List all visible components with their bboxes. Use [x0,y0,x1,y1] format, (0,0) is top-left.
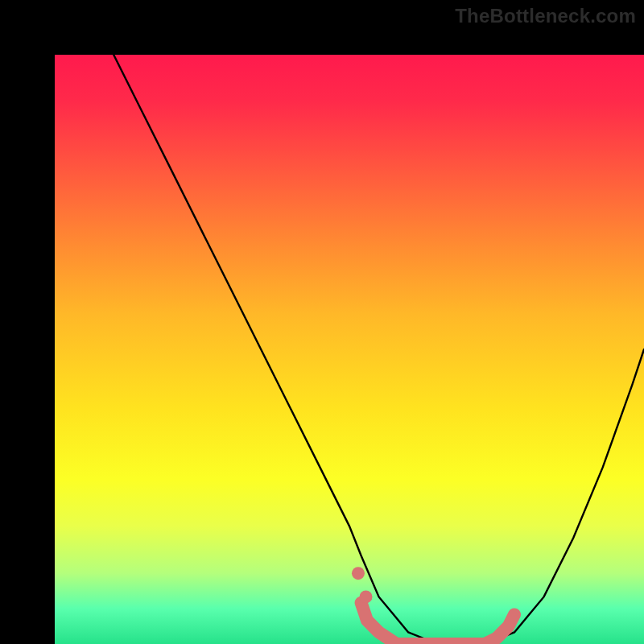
chart-curves [55,55,644,644]
highlight-dot [359,590,372,603]
chart-frame [0,0,644,644]
highlight-dot [352,567,365,580]
chart-plot-area [55,55,644,644]
curve-main [114,55,644,644]
curve-highlight [361,603,514,644]
watermark-text: TheBottleneck.com [455,5,636,27]
